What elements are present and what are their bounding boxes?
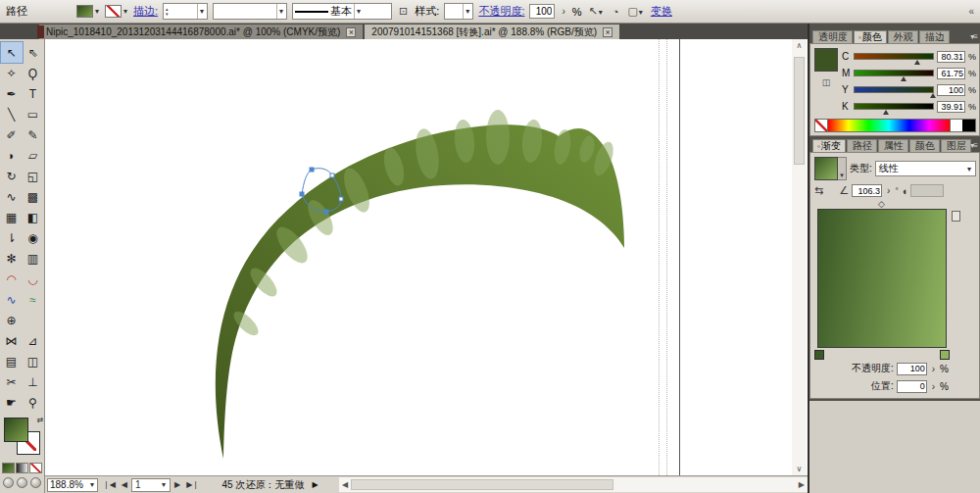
stepper-icon[interactable]: ›	[930, 380, 937, 393]
column-graph-tool[interactable]: ▥	[23, 248, 44, 269]
fill-color-button[interactable]: ▾	[76, 5, 100, 18]
panel-tab[interactable]: 属性	[878, 139, 908, 152]
anchor-point[interactable]	[310, 168, 314, 172]
selection-tool[interactable]: ↖	[1, 42, 23, 63]
slider-marker-icon[interactable]	[930, 93, 936, 98]
anchor-point[interactable]	[339, 197, 343, 201]
color-mode-button[interactable]	[2, 463, 15, 473]
line-segment-tool[interactable]: ╲	[1, 104, 23, 124]
type-tool[interactable]: T	[23, 83, 44, 104]
scissors-tool[interactable]: ✂	[1, 371, 23, 392]
status-popup-icon[interactable]: ▶	[312, 480, 318, 489]
stepper-icon[interactable]: ›	[560, 5, 566, 18]
scroll-left-icon[interactable]: ◀	[339, 480, 351, 489]
spinner-icon[interactable]: ▴▾	[166, 7, 169, 17]
reverse-gradient-icon[interactable]: ⇆	[814, 184, 823, 197]
page-number-combo[interactable]: 1 ▾	[131, 478, 171, 492]
document-tab-1[interactable]: Nipic_1018410_20131203144416878000.ai* @…	[39, 25, 363, 39]
recolor-artwork-icon[interactable]: ◔	[611, 6, 621, 18]
constrain-icon[interactable]: ⊡	[397, 5, 410, 18]
eraser-tool[interactable]: ▱	[23, 145, 44, 166]
current-color-swatch[interactable]	[814, 48, 838, 72]
scroll-right-icon[interactable]: ▶	[796, 480, 808, 489]
slider-marker-icon[interactable]	[914, 60, 920, 65]
horizontal-scroll-thumb[interactable]	[351, 479, 613, 490]
anchor-point[interactable]	[300, 192, 304, 196]
hand-tool[interactable]: ☛	[1, 392, 23, 413]
mesh-tool[interactable]: ▦	[1, 207, 23, 227]
next-page-button[interactable]: ▶	[172, 480, 182, 489]
panel-menu-icon[interactable]: ▾≡	[970, 141, 977, 150]
stroke-weight-combo[interactable]: ▴▾ ▾	[163, 3, 208, 20]
panel-tab[interactable]: 图层	[941, 139, 971, 152]
eyedropper-tool[interactable]: ⇂	[1, 227, 23, 248]
live-paint-bucket-tool[interactable]: ◠	[1, 269, 23, 289]
none-mode-button[interactable]	[29, 463, 42, 473]
live-paint-selection-tool[interactable]: ◡	[23, 269, 44, 289]
blend-tool[interactable]: ◉	[23, 227, 44, 248]
gradient-swatch-button[interactable]: ▾	[814, 157, 847, 180]
panel-tab[interactable]: 颜色	[909, 139, 940, 152]
screen-mode-fullscreen-button[interactable]	[30, 477, 41, 488]
white-swatch[interactable]	[950, 120, 962, 131]
direct-selection-tool[interactable]: ⇖	[23, 42, 44, 63]
black-swatch[interactable]	[962, 120, 975, 131]
opacity-link[interactable]: 不透明度:	[478, 4, 524, 19]
blob-brush-tool[interactable]: ◗	[1, 145, 23, 166]
channel-value-input[interactable]	[937, 101, 965, 113]
channel-slider[interactable]	[854, 86, 934, 93]
rotate-tool[interactable]: ↻	[1, 166, 23, 186]
page-corner-icon[interactable]	[952, 211, 960, 222]
stop-position-input[interactable]	[897, 380, 927, 393]
vertical-scrollbar[interactable]: ∧ ∨	[792, 39, 807, 475]
stepper-icon[interactable]: ›	[930, 363, 937, 375]
artboard-tool[interactable]: ◫	[23, 351, 44, 371]
knife-tool[interactable]: ⊥	[23, 371, 44, 392]
slice-selection-tool[interactable]: ⊿	[23, 330, 44, 351]
horizontal-scrollbar[interactable]: ◀ ▶	[339, 477, 808, 492]
swap-fill-stroke-icon[interactable]: ⇄	[37, 416, 44, 424]
gradient-angle-input[interactable]	[852, 184, 882, 197]
status-display[interactable]: 45 次还原：无重做 ▶	[204, 477, 336, 492]
gradient-tool[interactable]: ◧	[23, 207, 44, 227]
panel-tab[interactable]: 描边	[919, 30, 950, 43]
prev-page-button[interactable]: ◀	[120, 480, 129, 489]
stepper-icon[interactable]: ›	[885, 184, 892, 197]
panel-tab[interactable]: 路径	[847, 139, 877, 152]
gradient-slider[interactable]: ◇	[817, 209, 947, 348]
slider-marker-icon[interactable]	[901, 76, 906, 81]
lasso-tool[interactable]: Ϙ	[23, 63, 44, 83]
collapse-dock-icon[interactable]: «	[968, 6, 974, 17]
free-transform-tool[interactable]: ▩	[23, 186, 44, 207]
style-combo[interactable]: ▾	[444, 3, 473, 20]
channel-value-input[interactable]	[937, 51, 965, 63]
panel-menu-icon[interactable]: ▾≡	[970, 32, 977, 41]
magic-wand-tool[interactable]: ✧	[1, 63, 23, 83]
isolate-selected-icon[interactable]: ↖▾	[587, 5, 606, 18]
chevron-down-icon[interactable]: ▾	[838, 157, 847, 180]
gradient-type-select[interactable]: 线性 ▾	[875, 161, 976, 176]
liquify-tool[interactable]: ≈	[23, 289, 44, 310]
stop-opacity-input[interactable]	[897, 363, 927, 375]
zoom-tool[interactable]: ⚲	[23, 392, 44, 413]
screen-mode-normal-button[interactable]	[3, 477, 14, 488]
document-tab-2[interactable]: 200791014151368 [转换].ai* @ 188.8% (RGB/预…	[365, 25, 619, 39]
opacity-input[interactable]	[529, 4, 555, 19]
symbol-sprayer-tool[interactable]: ✻	[1, 248, 23, 269]
warp-tool[interactable]: ∿	[1, 289, 23, 310]
width-tool[interactable]: ∿	[1, 186, 23, 207]
fill-proxy-swatch[interactable]	[4, 418, 28, 442]
channel-value-input[interactable]	[937, 84, 965, 96]
stroke-link[interactable]: 描边:	[133, 4, 158, 19]
transform-link[interactable]: 变换	[651, 4, 672, 19]
panel-tab[interactable]: ◦渐变	[812, 139, 846, 152]
variable-width-profile-combo[interactable]: ▾	[213, 3, 287, 20]
gradient-stop-start[interactable]	[814, 350, 824, 360]
gradient-preview[interactable]	[817, 209, 947, 348]
slice-tool[interactable]: ⋈	[1, 330, 23, 351]
channel-value-input[interactable]	[937, 68, 965, 79]
channel-slider[interactable]	[854, 103, 934, 110]
rectangle-tool[interactable]: ▭	[23, 104, 44, 124]
graph-tool[interactable]: ▤	[1, 351, 23, 371]
align-icon[interactable]: ▢▾	[625, 5, 645, 18]
